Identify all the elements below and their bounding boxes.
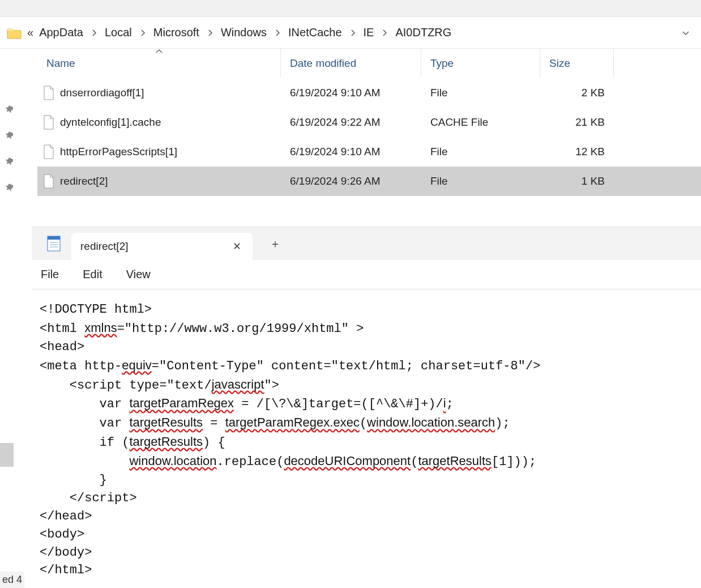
file-icon: [43, 144, 54, 159]
breadcrumb-item[interactable]: AppData: [37, 26, 86, 39]
breadcrumb-overflow[interactable]: «: [27, 26, 33, 39]
close-tab-button[interactable]: ✕: [230, 240, 243, 253]
pin-icon[interactable]: [6, 184, 15, 193]
pin-icon[interactable]: [6, 131, 15, 140]
breadcrumb-item[interactable]: Microsoft: [151, 26, 202, 39]
column-headers: Name Date modified Type Size: [37, 49, 701, 78]
file-name: dnserrordiagoff[1]: [60, 87, 144, 99]
file-row[interactable]: dnserrordiagoff[1]6/19/2024 9:10 AMFile2…: [37, 78, 701, 108]
column-header-type[interactable]: Type: [421, 49, 540, 78]
file-row[interactable]: httpErrorPagesScripts[1]6/19/2024 9:10 A…: [37, 137, 701, 167]
notepad-tab-bar: redirect[2] ✕ ＋: [32, 227, 701, 260]
svg-rect-1: [48, 236, 60, 240]
breadcrumb-item[interactable]: Local: [102, 26, 134, 39]
chevron-right-icon[interactable]: [205, 28, 215, 38]
chevron-right-icon[interactable]: [379, 28, 390, 38]
file-date: 6/19/2024 9:26 AM: [281, 175, 421, 188]
file-size: 12 KB: [540, 146, 614, 158]
breadcrumb-item[interactable]: INetCache: [286, 26, 344, 39]
file-name: dyntelconfig[1].cache: [60, 116, 161, 129]
new-tab-button[interactable]: ＋: [264, 232, 287, 255]
header-label: Type: [430, 57, 454, 70]
file-list: Name Date modified Type Size dnserrordia…: [20, 49, 701, 230]
header-label: Size: [549, 57, 570, 70]
file-type: CACHE File: [421, 116, 540, 129]
breadcrumb-item[interactable]: IE: [361, 26, 377, 39]
pin-icon[interactable]: [6, 157, 15, 167]
menu-view[interactable]: View: [126, 268, 151, 281]
file-icon: [43, 115, 54, 130]
header-label: Name: [46, 57, 75, 70]
address-dropdown[interactable]: [677, 24, 694, 41]
file-row[interactable]: redirect[2]6/19/2024 9:26 AMFile1 KB: [37, 167, 701, 196]
column-header-date[interactable]: Date modified: [281, 49, 421, 78]
file-size: 2 KB: [540, 87, 614, 99]
file-name: redirect[2]: [60, 175, 108, 188]
chevron-right-icon[interactable]: [89, 28, 99, 38]
quick-access-pins: [0, 49, 20, 230]
breadcrumb-item[interactable]: Windows: [219, 26, 269, 39]
chevron-right-icon[interactable]: [272, 28, 283, 38]
file-type: File: [421, 175, 540, 188]
chevron-right-icon[interactable]: [348, 28, 358, 38]
window-edge[interactable]: [0, 443, 14, 467]
column-header-size[interactable]: Size: [540, 49, 614, 78]
explorer-content: Name Date modified Type Size dnserrordia…: [0, 49, 701, 230]
notepad-tab[interactable]: redirect[2] ✕: [71, 233, 253, 260]
file-date: 6/19/2024 9:10 AM: [281, 146, 421, 158]
notepad-text-area[interactable]: <!DOCTYPE html> <html xmlns="http://www.…: [32, 289, 701, 588]
notepad-app-icon: [46, 235, 61, 252]
pin-icon[interactable]: [6, 105, 15, 114]
file-size: 21 KB: [540, 116, 614, 129]
notepad-menu-bar: File Edit View: [32, 260, 701, 289]
menu-edit[interactable]: Edit: [83, 268, 102, 281]
folder-icon: [7, 27, 22, 39]
column-header-name[interactable]: Name: [37, 49, 281, 78]
status-bar-fragment: ed 4: [0, 572, 24, 588]
file-size: 1 KB: [540, 175, 614, 188]
file-date: 6/19/2024 9:22 AM: [281, 116, 421, 129]
window-titlebar: [0, 0, 701, 17]
header-label: Date modified: [290, 57, 356, 70]
file-type: File: [421, 146, 540, 158]
breadcrumb-item[interactable]: AI0DTZRG: [393, 26, 454, 39]
sort-ascending-icon: [155, 44, 163, 57]
chevron-right-icon[interactable]: [138, 28, 148, 38]
tab-title: redirect[2]: [80, 240, 128, 253]
file-icon: [43, 174, 54, 189]
file-icon: [43, 86, 54, 100]
file-name: httpErrorPagesScripts[1]: [60, 146, 177, 158]
breadcrumb: AppDataLocalMicrosoftWindowsINetCacheIEA…: [37, 26, 677, 39]
menu-file[interactable]: File: [41, 268, 59, 281]
address-bar[interactable]: « AppDataLocalMicrosoftWindowsINetCacheI…: [0, 17, 701, 49]
file-type: File: [421, 87, 540, 99]
notepad-window: redirect[2] ✕ ＋ File Edit View <!DOCTYPE…: [32, 227, 701, 588]
file-date: 6/19/2024 9:10 AM: [281, 87, 421, 99]
file-row[interactable]: dyntelconfig[1].cache6/19/2024 9:22 AMCA…: [37, 108, 701, 137]
